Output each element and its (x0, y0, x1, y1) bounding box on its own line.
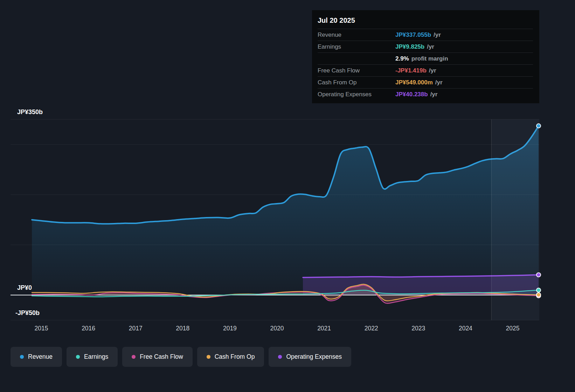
legend-item-free-cash-flow[interactable]: Free Cash Flow (122, 347, 193, 367)
tooltip-row-label: Cash From Op (318, 79, 395, 86)
x-axis-label: 2021 (317, 325, 331, 332)
y-axis-label: JP¥0 (17, 284, 32, 291)
revenue-legend-dot-icon (20, 355, 24, 359)
tooltip-row-operating-expenses: Operating Expenses JP¥40.238b /yr (318, 88, 533, 100)
tooltip-row-label: Earnings (318, 43, 395, 50)
tooltip-row-value: 2.9% (395, 55, 409, 62)
tooltip-row-free-cash-flow: Free Cash Flow -JP¥1.419b /yr (318, 64, 533, 76)
legend-item-operating-expenses[interactable]: Operating Expenses (269, 347, 351, 367)
tooltip-row-suffix: /yr (435, 79, 443, 86)
tooltip-row-cash-from-op: Cash From Op JP¥549.000m /yr (318, 76, 533, 88)
x-axis-label: 2015 (35, 325, 48, 332)
tooltip-row-value: JP¥9.825b (395, 43, 424, 50)
tooltip-row-profit-margin: 2.9% profit margin (318, 52, 533, 64)
chart-legend: Revenue Earnings Free Cash Flow Cash Fro… (11, 347, 351, 367)
operating-expenses-endpoint-marker (536, 273, 541, 277)
tooltip-row-suffix: /yr (430, 91, 438, 98)
x-axis-label: 2022 (365, 325, 378, 332)
x-axis-label: 2024 (459, 325, 472, 332)
legend-item-revenue[interactable]: Revenue (11, 347, 62, 367)
legend-item-cash-from-op[interactable]: Cash From Op (197, 347, 264, 367)
tooltip-row-label: Operating Expenses (318, 91, 395, 98)
tooltip-row-earnings: Earnings JP¥9.825b /yr (318, 41, 533, 52)
legend-label: Earnings (84, 353, 108, 360)
x-axis-label: 2019 (223, 325, 237, 332)
tooltip-row-value: JP¥549.000m (395, 79, 433, 86)
y-axis-label: JP¥350b (17, 108, 43, 115)
tooltip-row-value: JP¥40.238b (395, 91, 428, 98)
tooltip-row-value: JP¥337.055b (395, 31, 431, 38)
y-axis-label: -JP¥50b (15, 309, 40, 316)
tooltip-row-label: Free Cash Flow (318, 67, 395, 74)
revenue-endpoint-marker (536, 124, 541, 128)
x-axis-label: 2025 (506, 325, 520, 332)
tooltip-row-suffix: /yr (434, 31, 441, 38)
x-axis-label: 2023 (411, 325, 425, 332)
x-axis-label: 2016 (82, 325, 95, 332)
x-axis-label: 2018 (176, 325, 189, 332)
tooltip-row-suffix: profit margin (411, 55, 448, 62)
operating-expenses-legend-dot-icon (278, 355, 282, 359)
cash-from-op-legend-dot-icon (207, 355, 210, 359)
tooltip-row-value: -JP¥1.419b (395, 67, 427, 74)
tooltip-row-suffix: /yr (429, 67, 436, 74)
legend-label: Revenue (28, 353, 53, 360)
legend-label: Operating Expenses (286, 353, 342, 360)
earnings-endpoint-marker (536, 288, 541, 292)
earnings-legend-dot-icon (76, 355, 80, 359)
revenue-area (32, 126, 539, 295)
chart-tooltip: Jul 20 2025 Revenue JP¥337.055b /yr Earn… (312, 10, 539, 103)
free-cash-flow-legend-dot-icon (132, 355, 136, 359)
legend-label: Free Cash Flow (140, 353, 183, 360)
legend-label: Cash From Op (215, 353, 255, 360)
tooltip-row-suffix: /yr (427, 43, 434, 50)
forecast-region (491, 119, 539, 320)
x-axis-label: 2017 (129, 325, 143, 332)
tooltip-row-label: Revenue (318, 31, 395, 38)
x-axis-label: 2020 (270, 325, 284, 332)
tooltip-row-revenue: Revenue JP¥337.055b /yr (318, 29, 533, 41)
tooltip-date: Jul 20 2025 (318, 14, 533, 29)
legend-item-earnings[interactable]: Earnings (67, 347, 118, 367)
page: JP¥350bJP¥0-JP¥50b2015201620172018201920… (0, 0, 575, 392)
cash-from-op-endpoint-marker (536, 293, 541, 297)
